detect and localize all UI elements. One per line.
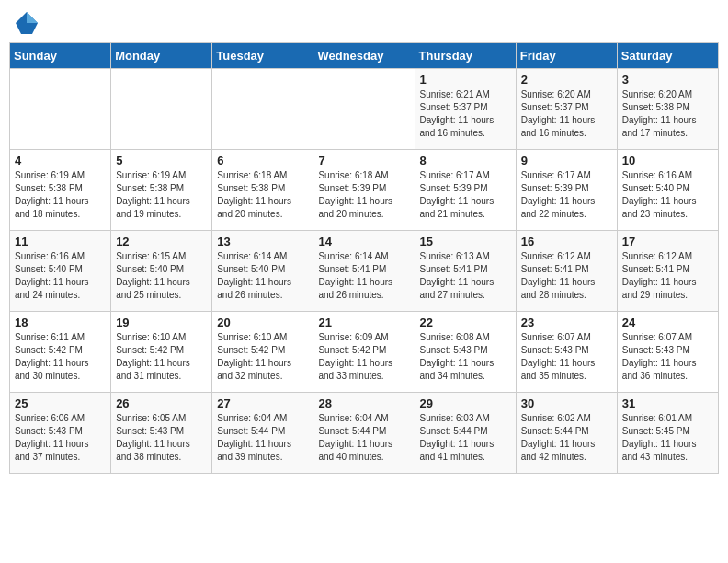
- calendar-cell: 20Sunrise: 6:10 AM Sunset: 5:42 PM Dayli…: [212, 312, 313, 393]
- calendar-cell: 29Sunrise: 6:03 AM Sunset: 5:44 PM Dayli…: [415, 393, 516, 474]
- day-info: Sunrise: 6:02 AM Sunset: 5:44 PM Dayligh…: [521, 412, 612, 464]
- weekday-header-tuesday: Tuesday: [212, 43, 313, 69]
- day-number: 13: [217, 235, 308, 248]
- calendar-cell: 23Sunrise: 6:07 AM Sunset: 5:43 PM Dayli…: [516, 312, 617, 393]
- day-number: 5: [116, 154, 207, 167]
- day-info: Sunrise: 6:14 AM Sunset: 5:40 PM Dayligh…: [217, 250, 308, 302]
- day-number: 9: [521, 154, 612, 167]
- day-info: Sunrise: 6:07 AM Sunset: 5:43 PM Dayligh…: [521, 331, 612, 383]
- calendar-table: SundayMondayTuesdayWednesdayThursdayFrid…: [9, 42, 719, 474]
- day-info: Sunrise: 6:16 AM Sunset: 5:40 PM Dayligh…: [622, 169, 713, 221]
- calendar-cell: 22Sunrise: 6:08 AM Sunset: 5:43 PM Dayli…: [415, 312, 516, 393]
- day-number: 12: [116, 235, 207, 248]
- day-number: 16: [521, 235, 612, 248]
- calendar-cell: 1Sunrise: 6:21 AM Sunset: 5:37 PM Daylig…: [415, 69, 516, 150]
- calendar-cell: 25Sunrise: 6:06 AM Sunset: 5:43 PM Dayli…: [10, 393, 111, 474]
- day-number: 21: [318, 316, 409, 329]
- day-number: 15: [420, 235, 511, 248]
- day-number: 26: [116, 396, 207, 410]
- calendar-cell: 28Sunrise: 6:04 AM Sunset: 5:44 PM Dayli…: [313, 393, 415, 474]
- weekday-header-friday: Friday: [516, 43, 617, 69]
- weekday-header-row: SundayMondayTuesdayWednesdayThursdayFrid…: [10, 43, 719, 69]
- day-number: 24: [622, 316, 713, 329]
- day-info: Sunrise: 6:10 AM Sunset: 5:42 PM Dayligh…: [217, 331, 308, 383]
- day-info: Sunrise: 6:10 AM Sunset: 5:42 PM Dayligh…: [116, 331, 207, 383]
- calendar-cell: 13Sunrise: 6:14 AM Sunset: 5:40 PM Dayli…: [212, 231, 313, 312]
- day-info: Sunrise: 6:20 AM Sunset: 5:38 PM Dayligh…: [622, 88, 713, 140]
- calendar-cell: 24Sunrise: 6:07 AM Sunset: 5:43 PM Dayli…: [617, 312, 718, 393]
- day-number: 4: [15, 154, 106, 167]
- week-row-4: 18Sunrise: 6:11 AM Sunset: 5:42 PM Dayli…: [10, 312, 719, 393]
- calendar-cell: 10Sunrise: 6:16 AM Sunset: 5:40 PM Dayli…: [617, 150, 718, 231]
- calendar-cell: [111, 69, 212, 150]
- calendar-cell: 16Sunrise: 6:12 AM Sunset: 5:41 PM Dayli…: [516, 231, 617, 312]
- calendar-cell: 27Sunrise: 6:04 AM Sunset: 5:44 PM Dayli…: [212, 393, 313, 474]
- day-info: Sunrise: 6:08 AM Sunset: 5:43 PM Dayligh…: [420, 331, 511, 383]
- day-number: 17: [622, 235, 713, 248]
- day-info: Sunrise: 6:17 AM Sunset: 5:39 PM Dayligh…: [521, 169, 612, 221]
- calendar-cell: 4Sunrise: 6:19 AM Sunset: 5:38 PM Daylig…: [10, 150, 111, 231]
- day-info: Sunrise: 6:12 AM Sunset: 5:41 PM Dayligh…: [521, 250, 612, 302]
- day-number: 19: [116, 316, 207, 329]
- day-info: Sunrise: 6:04 AM Sunset: 5:44 PM Dayligh…: [217, 412, 308, 464]
- day-info: Sunrise: 6:17 AM Sunset: 5:39 PM Dayligh…: [420, 169, 511, 221]
- day-info: Sunrise: 6:01 AM Sunset: 5:45 PM Dayligh…: [622, 412, 713, 464]
- calendar-cell: 7Sunrise: 6:18 AM Sunset: 5:39 PM Daylig…: [313, 150, 415, 231]
- day-number: 28: [318, 396, 409, 410]
- weekday-header-wednesday: Wednesday: [313, 43, 415, 69]
- day-number: 23: [521, 316, 612, 329]
- day-info: Sunrise: 6:05 AM Sunset: 5:43 PM Dayligh…: [116, 412, 207, 464]
- page-header: [9, 9, 719, 37]
- day-info: Sunrise: 6:03 AM Sunset: 5:44 PM Dayligh…: [420, 412, 511, 464]
- day-info: Sunrise: 6:12 AM Sunset: 5:41 PM Dayligh…: [622, 250, 713, 302]
- day-number: 31: [622, 396, 713, 410]
- day-info: Sunrise: 6:07 AM Sunset: 5:43 PM Dayligh…: [622, 331, 713, 383]
- calendar-cell: 21Sunrise: 6:09 AM Sunset: 5:42 PM Dayli…: [313, 312, 415, 393]
- calendar-cell: 2Sunrise: 6:20 AM Sunset: 5:37 PM Daylig…: [516, 69, 617, 150]
- day-number: 8: [420, 154, 511, 167]
- week-row-2: 4Sunrise: 6:19 AM Sunset: 5:38 PM Daylig…: [10, 150, 719, 231]
- day-info: Sunrise: 6:18 AM Sunset: 5:39 PM Dayligh…: [318, 169, 409, 221]
- day-number: 11: [15, 235, 106, 248]
- logo-icon: [13, 9, 40, 37]
- day-info: Sunrise: 6:15 AM Sunset: 5:40 PM Dayligh…: [116, 250, 207, 302]
- day-info: Sunrise: 6:21 AM Sunset: 5:37 PM Dayligh…: [420, 88, 511, 140]
- calendar-cell: 5Sunrise: 6:19 AM Sunset: 5:38 PM Daylig…: [111, 150, 212, 231]
- calendar-cell: 12Sunrise: 6:15 AM Sunset: 5:40 PM Dayli…: [111, 231, 212, 312]
- day-number: 20: [217, 316, 308, 329]
- calendar-cell: 9Sunrise: 6:17 AM Sunset: 5:39 PM Daylig…: [516, 150, 617, 231]
- day-number: 2: [521, 73, 612, 86]
- calendar-cell: 8Sunrise: 6:17 AM Sunset: 5:39 PM Daylig…: [415, 150, 516, 231]
- week-row-3: 11Sunrise: 6:16 AM Sunset: 5:40 PM Dayli…: [10, 231, 719, 312]
- weekday-header-saturday: Saturday: [617, 43, 718, 69]
- calendar-cell: [212, 69, 313, 150]
- calendar-cell: 15Sunrise: 6:13 AM Sunset: 5:41 PM Dayli…: [415, 231, 516, 312]
- calendar-cell: 26Sunrise: 6:05 AM Sunset: 5:43 PM Dayli…: [111, 393, 212, 474]
- logo: [13, 9, 44, 37]
- calendar-cell: 3Sunrise: 6:20 AM Sunset: 5:38 PM Daylig…: [617, 69, 718, 150]
- calendar-cell: 19Sunrise: 6:10 AM Sunset: 5:42 PM Dayli…: [111, 312, 212, 393]
- day-number: 1: [420, 73, 511, 86]
- weekday-header-thursday: Thursday: [415, 43, 516, 69]
- day-number: 25: [15, 396, 106, 410]
- day-number: 30: [521, 396, 612, 410]
- svg-marker-1: [27, 12, 38, 23]
- day-info: Sunrise: 6:13 AM Sunset: 5:41 PM Dayligh…: [420, 250, 511, 302]
- calendar-cell: 11Sunrise: 6:16 AM Sunset: 5:40 PM Dayli…: [10, 231, 111, 312]
- day-info: Sunrise: 6:04 AM Sunset: 5:44 PM Dayligh…: [318, 412, 409, 464]
- day-info: Sunrise: 6:18 AM Sunset: 5:38 PM Dayligh…: [217, 169, 308, 221]
- week-row-1: 1Sunrise: 6:21 AM Sunset: 5:37 PM Daylig…: [10, 69, 719, 150]
- day-info: Sunrise: 6:19 AM Sunset: 5:38 PM Dayligh…: [116, 169, 207, 221]
- day-number: 7: [318, 154, 409, 167]
- day-number: 18: [15, 316, 106, 329]
- day-number: 3: [622, 73, 713, 86]
- weekday-header-sunday: Sunday: [10, 43, 111, 69]
- day-number: 10: [622, 154, 713, 167]
- calendar-cell: 31Sunrise: 6:01 AM Sunset: 5:45 PM Dayli…: [617, 393, 718, 474]
- calendar-cell: 18Sunrise: 6:11 AM Sunset: 5:42 PM Dayli…: [10, 312, 111, 393]
- day-info: Sunrise: 6:16 AM Sunset: 5:40 PM Dayligh…: [15, 250, 106, 302]
- day-info: Sunrise: 6:11 AM Sunset: 5:42 PM Dayligh…: [15, 331, 106, 383]
- calendar-cell: 14Sunrise: 6:14 AM Sunset: 5:41 PM Dayli…: [313, 231, 415, 312]
- week-row-5: 25Sunrise: 6:06 AM Sunset: 5:43 PM Dayli…: [10, 393, 719, 474]
- day-info: Sunrise: 6:20 AM Sunset: 5:37 PM Dayligh…: [521, 88, 612, 140]
